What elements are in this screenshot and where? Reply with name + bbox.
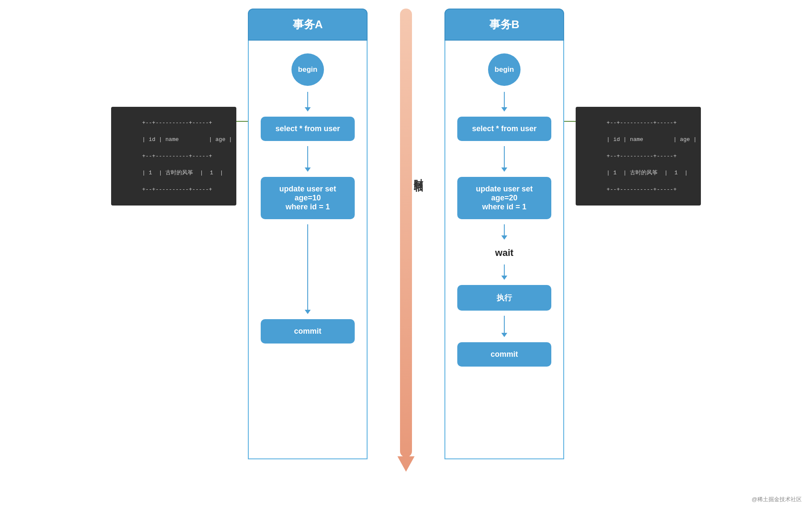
table-a-line5: +--+----------+-----+: [142, 186, 212, 193]
transaction-b-header: 事务B: [444, 9, 564, 41]
transaction-a-update: update user set age=10 where id = 1: [261, 177, 355, 219]
arrow-a-1: [305, 92, 311, 112]
table-a-line1: +--+----------+-----+: [142, 120, 212, 126]
transaction-b-execute: 执行: [457, 285, 551, 311]
arrow-b-1: [501, 92, 507, 112]
table-a-line4: | 1 | 古时的风筝 | 1 |: [142, 170, 223, 176]
table-a-line3: +--+----------+-----+: [142, 153, 212, 159]
transaction-b-begin: begin: [488, 53, 521, 86]
transaction-b-wait: wait: [495, 247, 514, 258]
transaction-a-body: begin select * from user update user set…: [248, 41, 368, 459]
transaction-a-select: select * from user: [261, 117, 355, 141]
db-table-right: +--+----------+-----+ | id | name | age …: [576, 107, 701, 206]
transaction-a-commit: commit: [261, 319, 355, 344]
main-container: 时间轴 +--+----------+-----+ | id | name | …: [0, 0, 812, 511]
table-a-line2: | id | name | age |: [142, 136, 232, 143]
arrow-b-2: [501, 146, 507, 172]
table-b-line5: +--+----------+-----+: [606, 186, 677, 193]
transactions-wrapper: +--+----------+-----+ | id | name | age …: [248, 9, 564, 459]
arrow-b-5: [501, 316, 507, 337]
transaction-b-commit: commit: [457, 342, 551, 367]
db-table-left: +--+----------+-----+ | id | name | age …: [111, 107, 236, 206]
table-b-line1: +--+----------+-----+: [606, 120, 677, 126]
transaction-a-column: +--+----------+-----+ | id | name | age …: [248, 9, 368, 459]
arrow-a-2: [305, 146, 311, 172]
arrow-b-4: [501, 264, 507, 280]
arrow-b-3: [501, 224, 507, 240]
table-b-line2: | id | name | age |: [606, 136, 697, 143]
transaction-a-header: 事务A: [248, 9, 368, 41]
copyright: @稀土掘金技术社区: [752, 496, 802, 503]
transaction-a-begin: begin: [291, 53, 324, 86]
transaction-b-column: +--+----------+-----+ | id | name | age …: [444, 9, 564, 459]
transaction-b-select: select * from user: [457, 117, 551, 141]
table-b-line4: | 1 | 古时的风筝 | 1 |: [606, 170, 688, 176]
transaction-b-body: begin select * from user update user set…: [444, 41, 564, 459]
table-b-line3: +--+----------+-----+: [606, 153, 677, 159]
arrow-a-3: [305, 224, 311, 314]
transaction-b-update: update user set age=20 where id = 1: [457, 177, 551, 219]
